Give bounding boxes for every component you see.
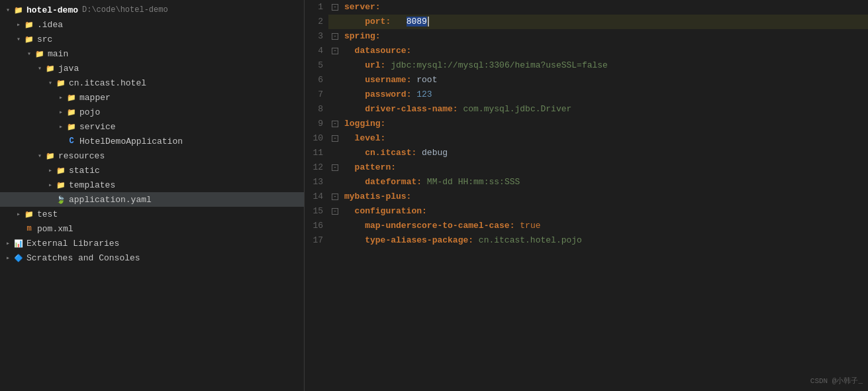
- test-arrow[interactable]: [13, 209, 24, 219]
- test-label: test: [37, 209, 58, 219]
- fold-icon-14[interactable]: -: [332, 194, 338, 200]
- tree-scratches[interactable]: 🔷 Scratches and Consoles: [0, 251, 304, 265]
- tree-package[interactable]: 📁 cn.itcast.hotel: [0, 76, 304, 90]
- code-line-2: 2 port: 8089: [305, 15, 868, 29]
- java-folder-icon: 📁: [45, 63, 56, 74]
- resources-label: resources: [58, 151, 105, 161]
- code-line-15: 15 - configuration:: [305, 204, 868, 219]
- code-text-1: server:: [342, 0, 381, 15]
- idea-arrow[interactable]: [13, 19, 24, 30]
- code-editor[interactable]: 1 - server: 2 port: 8089 3 - spring: 4 -…: [305, 0, 868, 391]
- gutter-4[interactable]: -: [328, 44, 342, 58]
- fold-icon-9[interactable]: -: [332, 121, 338, 127]
- tree-templates[interactable]: 📁 templates: [0, 178, 304, 192]
- tree-main[interactable]: 📁 main: [0, 46, 304, 61]
- code-text-17: type-aliases-package: cn.itcast.hotel.po…: [342, 233, 582, 248]
- ext-libs-label: External Libraries: [26, 239, 119, 249]
- code-text-15: configuration:: [342, 204, 427, 219]
- pom-label: pom.xml: [37, 224, 73, 234]
- tree-pom[interactable]: m pom.xml: [0, 221, 304, 236]
- code-text-2[interactable]: port: 8089: [342, 15, 434, 29]
- idea-label: .idea: [37, 20, 63, 30]
- gutter-14[interactable]: -: [328, 190, 342, 204]
- line-num-7: 7: [305, 87, 328, 102]
- fold-icon-3[interactable]: -: [332, 33, 338, 40]
- mapper-folder-icon: 📁: [66, 92, 77, 103]
- gutter-3[interactable]: -: [328, 29, 342, 44]
- code-line-1: 1 - server:: [305, 0, 868, 15]
- ext-libs-icon: 📊: [13, 238, 24, 249]
- gutter-13: [328, 175, 342, 190]
- gutter-10[interactable]: -: [328, 131, 342, 146]
- idea-folder-icon: 📁: [24, 19, 34, 30]
- tree-app[interactable]: C HotelDemoApplication: [0, 134, 304, 148]
- code-line-9: 9 - logging:: [305, 117, 868, 131]
- code-line-17: 17 type-aliases-package: cn.itcast.hotel…: [305, 233, 868, 248]
- fold-icon-12[interactable]: -: [332, 164, 338, 171]
- tree-static[interactable]: 📁 static: [0, 163, 304, 178]
- tree-test[interactable]: 📁 test: [0, 207, 304, 221]
- tree-idea[interactable]: 📁 .idea: [0, 17, 304, 32]
- tree-mapper[interactable]: 📁 mapper: [0, 90, 304, 105]
- src-arrow[interactable]: [13, 34, 24, 44]
- fold-icon-10[interactable]: -: [332, 135, 338, 142]
- tree-java[interactable]: 📁 java: [0, 61, 304, 76]
- static-arrow[interactable]: [45, 165, 56, 176]
- java-arrow[interactable]: [34, 63, 45, 74]
- fold-icon-4[interactable]: -: [332, 48, 338, 54]
- pojo-arrow[interactable]: [56, 107, 66, 117]
- resources-arrow[interactable]: [34, 150, 45, 161]
- gutter-7: [328, 87, 342, 102]
- line-num-14: 14: [305, 190, 328, 204]
- watermark: CSDN @小韩子_: [810, 376, 863, 386]
- line-num-11: 11: [305, 146, 328, 160]
- package-folder-icon: 📁: [56, 78, 66, 88]
- code-text-10: level:: [342, 131, 385, 146]
- file-tree[interactable]: 📁 hotel-demo D:\code\hotel-demo 📁 .idea …: [0, 0, 305, 391]
- gutter-12[interactable]: -: [328, 160, 342, 175]
- scratches-arrow[interactable]: [3, 252, 13, 263]
- main-arrow[interactable]: [24, 48, 34, 59]
- tree-pojo[interactable]: 📁 pojo: [0, 105, 304, 119]
- gutter-15[interactable]: -: [328, 204, 342, 219]
- line-num-3: 3: [305, 29, 328, 44]
- code-line-4: 4 - datasource:: [305, 44, 868, 58]
- pojo-folder-icon: 📁: [66, 107, 77, 117]
- tree-root[interactable]: 📁 hotel-demo D:\code\hotel-demo: [0, 3, 304, 17]
- gutter-17: [328, 233, 342, 248]
- tree-application-yaml[interactable]: 🍃 application.yaml: [0, 192, 304, 207]
- gutter-9[interactable]: -: [328, 117, 342, 131]
- templates-arrow[interactable]: [45, 180, 56, 190]
- fold-icon-1[interactable]: -: [332, 4, 338, 11]
- yaml-file-icon: 🍃: [56, 194, 66, 205]
- code-content-area: 1 - server: 2 port: 8089 3 - spring: 4 -…: [305, 0, 868, 248]
- service-arrow[interactable]: [56, 121, 66, 132]
- mapper-arrow[interactable]: [56, 92, 66, 103]
- code-text-14: mybatis-plus:: [342, 190, 411, 204]
- code-line-5: 5 url: jdbc:mysql://mysql:3306/heima?use…: [305, 58, 868, 73]
- app-label: HotelDemoApplication: [79, 137, 183, 146]
- line-num-16: 16: [305, 219, 328, 233]
- gutter-8: [328, 102, 342, 117]
- service-label: service: [79, 122, 116, 132]
- line-num-4: 4: [305, 44, 328, 58]
- code-text-6: username: root: [342, 73, 437, 87]
- root-folder-icon: 📁: [13, 5, 24, 15]
- root-arrow[interactable]: [3, 5, 13, 15]
- fold-icon-15[interactable]: -: [332, 208, 338, 215]
- java-label: java: [58, 64, 79, 74]
- tree-resources[interactable]: 📁 resources: [0, 148, 304, 163]
- code-text-12: pattern:: [342, 160, 396, 175]
- tree-src[interactable]: 📁 src: [0, 32, 304, 46]
- gutter-1[interactable]: -: [328, 0, 342, 15]
- tree-service[interactable]: 📁 service: [0, 119, 304, 134]
- gutter-11: [328, 146, 342, 160]
- code-text-16: map-underscore-to-camel-case: true: [342, 219, 541, 233]
- ext-libs-arrow[interactable]: [3, 238, 13, 249]
- tree-ext-libs[interactable]: 📊 External Libraries: [0, 236, 304, 251]
- code-text-13: dateformat: MM-dd HH:mm:ss:SSS: [342, 175, 520, 190]
- package-arrow[interactable]: [45, 78, 56, 88]
- code-line-8: 8 driver-class-name: com.mysql.jdbc.Driv…: [305, 102, 868, 117]
- line-num-2: 2: [305, 15, 328, 29]
- gutter-16: [328, 219, 342, 233]
